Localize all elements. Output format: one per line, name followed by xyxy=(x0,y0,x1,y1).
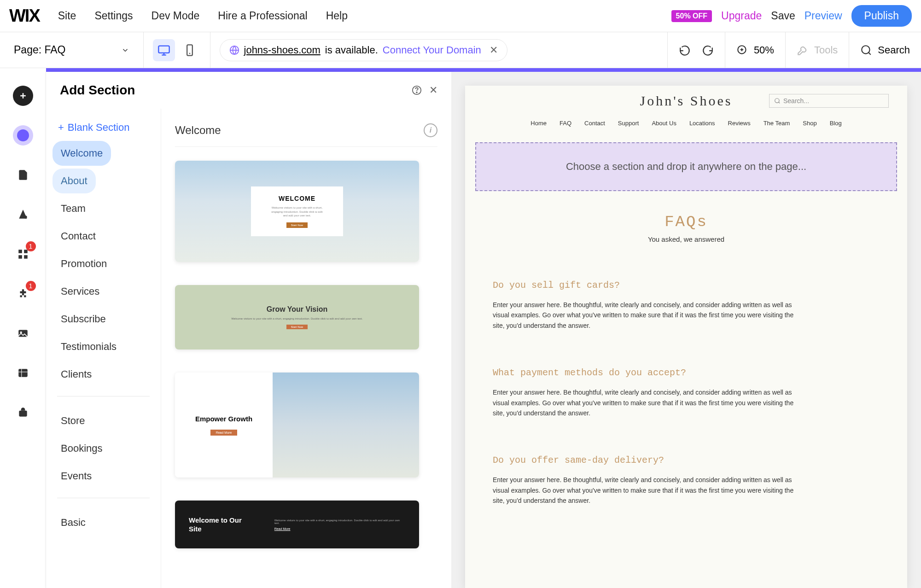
faq-item-2[interactable]: What payment methods do you accept? Ente… xyxy=(493,367,880,418)
nav-home[interactable]: Home xyxy=(530,120,547,127)
connect-domain-link[interactable]: Connect Your Domain xyxy=(383,44,481,56)
purple-strip xyxy=(46,68,921,72)
category-testimonials[interactable]: Testimonials xyxy=(52,334,125,359)
tools-label: Tools xyxy=(814,44,838,56)
redo-button[interactable] xyxy=(702,32,725,68)
data-button[interactable] xyxy=(13,363,33,383)
integrations-badge: 1 xyxy=(26,281,36,291)
menubar-right: 50% OFF Upgrade Save Preview Publish xyxy=(671,5,912,27)
search-placeholder: Search... xyxy=(783,97,809,105)
close-panel-icon[interactable]: ✕ xyxy=(429,84,437,96)
category-services[interactable]: Services xyxy=(52,279,108,304)
zoom-value: 50% xyxy=(754,44,774,56)
menu-help[interactable]: Help xyxy=(326,10,348,22)
main-area: 1 1 Add Section ✕ + Blank Section xyxy=(0,72,921,588)
site-header: John's Shoes Search... xyxy=(465,86,907,116)
nav-about[interactable]: About Us xyxy=(652,120,676,127)
template-welcome-4[interactable]: Welcome to Our Site Welcome visitors to … xyxy=(175,501,419,548)
site-title[interactable]: John's Shoes xyxy=(640,93,733,109)
category-welcome[interactable]: Welcome xyxy=(52,141,111,166)
media-button[interactable] xyxy=(13,323,33,343)
menu-hire[interactable]: Hire a Professional xyxy=(218,10,307,22)
template-welcome-1[interactable]: WELCOME Welcome visitors to your site wi… xyxy=(175,161,419,262)
nav-reviews[interactable]: Reviews xyxy=(728,120,751,127)
info-icon[interactable]: i xyxy=(424,123,437,137)
category-basic[interactable]: Basic xyxy=(52,510,94,535)
undo-button[interactable] xyxy=(667,32,702,68)
discount-badge: 50% OFF xyxy=(671,10,712,22)
category-bookings[interactable]: Bookings xyxy=(52,436,111,461)
faq-question: What payment methods do you accept? xyxy=(493,367,880,378)
template-4-sub: Welcome visitors to your site with a sho… xyxy=(274,519,405,524)
template-4-title: Welcome to Our Site xyxy=(189,516,256,534)
help-icon[interactable] xyxy=(412,85,422,95)
menu-dev-mode[interactable]: Dev Mode xyxy=(152,10,200,22)
category-subscribe[interactable]: Subscribe xyxy=(52,307,114,332)
design-button[interactable] xyxy=(13,204,33,225)
add-element-button[interactable] xyxy=(13,86,33,106)
tools-button[interactable]: Tools xyxy=(785,32,849,68)
svg-point-13 xyxy=(24,215,27,219)
template-welcome-2[interactable]: Grow Your Vision Welcome visitors to you… xyxy=(175,285,419,349)
apps-button[interactable]: 1 xyxy=(13,244,33,264)
nav-blog[interactable]: Blog xyxy=(830,120,842,127)
nav-team[interactable]: The Team xyxy=(764,120,790,127)
faq-item-1[interactable]: Do you sell gift cards? Enter your answe… xyxy=(493,280,880,331)
canvas-wrap: John's Shoes Search... Home FAQ Contact … xyxy=(451,72,921,588)
preview-button[interactable]: Preview xyxy=(804,10,842,22)
menu-site[interactable]: Site xyxy=(58,10,76,22)
search-label: Search xyxy=(878,44,910,56)
category-about[interactable]: About xyxy=(52,169,96,193)
category-divider xyxy=(57,396,150,396)
zoom-control[interactable]: 50% xyxy=(725,32,785,68)
category-store[interactable]: Store xyxy=(52,408,93,433)
close-icon[interactable]: ✕ xyxy=(490,44,498,56)
blank-section-button[interactable]: + Blank Section xyxy=(52,117,154,138)
template-3-button: Read More xyxy=(210,430,238,436)
nav-shop[interactable]: Shop xyxy=(803,120,816,127)
page-selector[interactable]: Page: FAQ xyxy=(0,32,144,68)
faq-item-3[interactable]: Do you offer same-day delivery? Enter yo… xyxy=(493,455,880,506)
nav-faq[interactable]: FAQ xyxy=(560,120,571,127)
category-clients[interactable]: Clients xyxy=(52,362,100,387)
category-events[interactable]: Events xyxy=(52,464,100,489)
menu-settings[interactable]: Settings xyxy=(94,10,133,22)
template-category-title: Welcome xyxy=(175,124,221,137)
faq-subheading[interactable]: You asked, we answered xyxy=(493,235,880,243)
toolbar-right: 50% Tools Search xyxy=(667,32,921,68)
template-area: Welcome i WELCOME Welcome visitors to yo… xyxy=(161,109,451,588)
template-3-image xyxy=(273,373,419,477)
site-nav: Home FAQ Contact Support About Us Locati… xyxy=(465,116,907,134)
template-4-more: Read More xyxy=(274,527,405,530)
domain-name[interactable]: johns-shoes.com xyxy=(244,44,321,56)
nav-locations[interactable]: Locations xyxy=(689,120,715,127)
category-team[interactable]: Team xyxy=(52,196,94,221)
template-1-button: Start Now xyxy=(286,222,308,228)
upgrade-link[interactable]: Upgrade xyxy=(721,10,762,22)
svg-rect-15 xyxy=(24,250,28,253)
desktop-view-button[interactable] xyxy=(153,39,175,61)
faq-section[interactable]: FAQs You asked, we answered Do you sell … xyxy=(465,199,907,557)
wix-logo[interactable]: WIX xyxy=(9,6,40,26)
search-button[interactable]: Search xyxy=(849,32,921,68)
business-button[interactable] xyxy=(13,402,33,423)
publish-button[interactable]: Publish xyxy=(851,5,912,27)
template-header: Welcome i xyxy=(175,118,437,147)
nav-support[interactable]: Support xyxy=(618,120,639,127)
faq-heading[interactable]: FAQs xyxy=(493,213,880,231)
section-drop-zone[interactable]: Choose a section and drop it anywhere on… xyxy=(475,142,897,191)
save-button[interactable]: Save xyxy=(771,10,795,22)
mobile-view-button[interactable] xyxy=(179,39,201,61)
nav-contact[interactable]: Contact xyxy=(584,120,605,127)
svg-rect-14 xyxy=(18,250,22,253)
device-switch xyxy=(144,32,210,68)
pages-button[interactable] xyxy=(13,165,33,185)
template-welcome-3[interactable]: Empower Growth Read More xyxy=(175,373,419,477)
site-search-input[interactable]: Search... xyxy=(769,94,889,108)
category-contact[interactable]: Contact xyxy=(52,224,104,249)
integrations-button[interactable]: 1 xyxy=(13,284,33,304)
site-canvas[interactable]: John's Shoes Search... Home FAQ Contact … xyxy=(465,86,907,588)
domain-notice: johns-shoes.com is available. Connect Yo… xyxy=(220,39,507,61)
add-section-button[interactable] xyxy=(13,125,33,146)
category-promotion[interactable]: Promotion xyxy=(52,251,115,276)
